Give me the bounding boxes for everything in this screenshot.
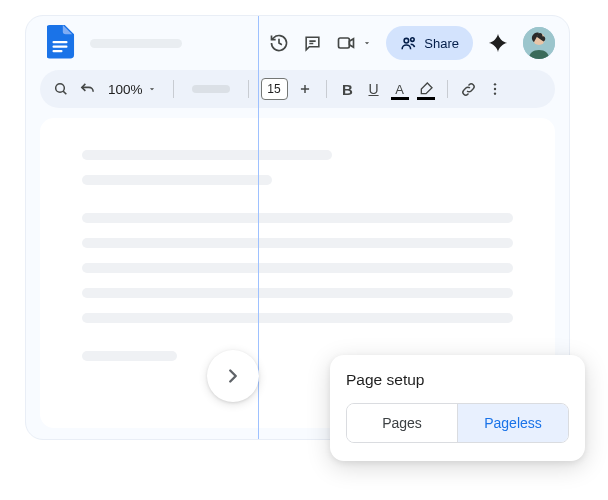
toolbar: 100% 15 B U A	[40, 70, 555, 108]
zoom-value: 100%	[108, 82, 143, 97]
toolbar-separator	[326, 80, 327, 98]
history-icon[interactable]	[269, 33, 289, 53]
comment-icon[interactable]	[303, 34, 322, 53]
svg-rect-2	[53, 50, 63, 52]
page-setup-popup: Page setup Pages Pageless	[330, 355, 585, 461]
chevron-down-icon	[147, 84, 157, 94]
doc-title-placeholder[interactable]	[90, 39, 182, 48]
svg-point-16	[493, 88, 495, 90]
svg-point-8	[411, 37, 415, 41]
text-color-button[interactable]: A	[391, 80, 409, 98]
share-label: Share	[424, 36, 459, 51]
svg-rect-5	[339, 38, 350, 48]
text-line-placeholder	[82, 175, 272, 185]
toolbar-separator	[447, 80, 448, 98]
pageless-option[interactable]: Pageless	[458, 404, 568, 442]
text-line-placeholder	[82, 213, 513, 223]
underline-button[interactable]: U	[365, 80, 383, 98]
svg-rect-1	[53, 46, 68, 48]
meet-icon[interactable]	[336, 33, 356, 53]
search-icon[interactable]	[52, 80, 70, 98]
chevron-right-icon	[222, 365, 244, 387]
text-line-placeholder	[82, 150, 332, 160]
account-avatar[interactable]	[523, 27, 555, 59]
font-size-increase-icon[interactable]	[296, 80, 314, 98]
text-line-placeholder	[82, 238, 513, 248]
gemini-spark-icon[interactable]	[487, 32, 509, 54]
text-line-placeholder	[82, 313, 513, 323]
toolbar-separator	[248, 80, 249, 98]
expand-fab[interactable]	[207, 350, 259, 402]
svg-marker-6	[350, 39, 354, 47]
text-line-placeholder	[82, 351, 177, 361]
zoom-level[interactable]: 100%	[104, 82, 161, 97]
header-actions: Share	[269, 26, 557, 60]
svg-line-12	[63, 91, 66, 94]
text-line-placeholder	[82, 288, 513, 298]
svg-point-17	[493, 92, 495, 94]
toolbar-separator	[173, 80, 174, 98]
highlight-button[interactable]	[417, 80, 435, 98]
svg-rect-0	[53, 41, 68, 43]
undo-icon[interactable]	[78, 80, 96, 98]
share-button[interactable]: Share	[386, 26, 473, 60]
header: Share	[26, 16, 569, 70]
page-setup-segmented: Pages Pageless	[346, 403, 569, 443]
popup-title: Page setup	[346, 371, 569, 389]
style-selector-placeholder[interactable]	[192, 85, 230, 93]
link-icon[interactable]	[460, 80, 478, 98]
text-line-placeholder	[82, 263, 513, 273]
svg-point-7	[404, 38, 409, 43]
bold-button[interactable]: B	[339, 80, 357, 98]
svg-point-11	[56, 84, 65, 93]
docs-logo-icon[interactable]	[44, 26, 78, 60]
svg-point-15	[493, 83, 495, 85]
meet-caret-icon[interactable]	[362, 38, 372, 48]
pages-option[interactable]: Pages	[347, 404, 458, 442]
more-icon[interactable]	[486, 80, 504, 98]
font-size-input[interactable]: 15	[261, 78, 288, 100]
